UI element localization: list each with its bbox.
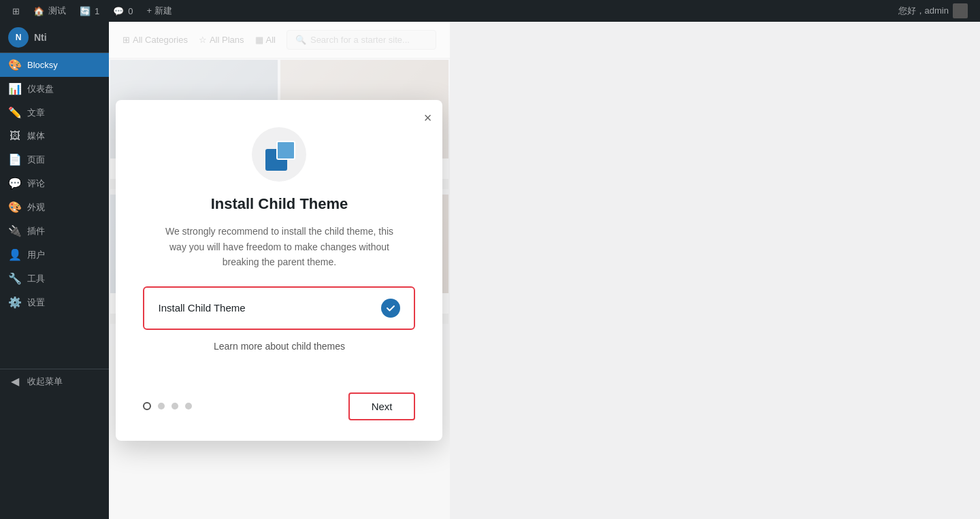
- step-dot-3: [172, 403, 178, 409]
- sidebar-item-plugins[interactable]: 🔌 插件: [0, 219, 109, 243]
- checkmark-icon: [386, 303, 395, 313]
- check-circle-icon: [381, 299, 400, 318]
- install-child-theme-modal: × Install Child Theme We strongly recomm…: [116, 100, 442, 440]
- pages-icon: 📄: [8, 153, 22, 166]
- sidebar: N Nti 🎨 Blocksy 📊 仪表盘 ✏️ 文章 🖼 媒体 📄 页面 💬 …: [0, 22, 109, 519]
- sidebar-item-blocksy[interactable]: 🎨 Blocksy: [0, 53, 109, 77]
- settings-label: 设置: [27, 297, 45, 309]
- users-label: 用户: [27, 249, 45, 261]
- brand-logo: N: [8, 27, 29, 48]
- site-home-bar[interactable]: 🏠 测试: [27, 0, 73, 22]
- site-name-bar: 测试: [48, 5, 66, 17]
- plugins-icon: 🔌: [8, 224, 22, 237]
- posts-icon: ✏️: [8, 106, 22, 119]
- comments-nav-icon: 💬: [8, 177, 22, 190]
- wp-admin-bar: ⊞ 🏠 测试 🔄 1 💬 0 + 新建 您好，admin: [0, 0, 980, 22]
- tools-label: 工具: [27, 273, 45, 285]
- collapse-icon: ◀: [8, 375, 22, 388]
- comments-label: 评论: [27, 178, 45, 190]
- new-item-label: + 新建: [146, 5, 172, 17]
- sidebar-item-posts[interactable]: ✏️ 文章: [0, 101, 109, 124]
- sidebar-item-media[interactable]: 🖼 媒体: [0, 124, 109, 148]
- step-indicators: [143, 402, 192, 410]
- admin-bar-right: 您好，admin: [892, 0, 975, 22]
- collapse-label: 收起菜单: [27, 375, 63, 388]
- sidebar-item-appearance[interactable]: 🎨 外观: [0, 195, 109, 219]
- greeting-bar[interactable]: 您好，admin: [892, 0, 975, 22]
- modal-description: We strongly recommend to install the chi…: [157, 224, 402, 269]
- step-dot-2: [158, 403, 165, 409]
- sidebar-item-comments[interactable]: 💬 评论: [0, 171, 109, 195]
- dashboard-icon: 📊: [8, 82, 22, 95]
- content-area: ⊞ All Categories ☆ All Plans ▦ All 🔍 Sea…: [109, 22, 450, 519]
- media-icon: 🖼: [8, 130, 22, 142]
- updates-bar[interactable]: 🔄 1: [73, 0, 106, 22]
- install-checkbox-label: Install Child Theme: [158, 302, 245, 314]
- avatar-icon: [953, 3, 968, 18]
- step-dot-4: [185, 403, 192, 409]
- wp-logo-icon: ⊞: [12, 6, 20, 16]
- tools-icon: 🔧: [8, 272, 22, 285]
- updates-icon: 🔄: [80, 6, 91, 16]
- modal-title: Install Child Theme: [211, 195, 348, 213]
- sidebar-collapse[interactable]: ◀ 收起菜单: [0, 369, 109, 393]
- sidebar-item-dashboard[interactable]: 📊 仪表盘: [0, 77, 109, 101]
- theme-icon-container: [265, 141, 293, 168]
- brand-name: Nti: [34, 32, 47, 43]
- plugins-label: 插件: [27, 225, 45, 237]
- blocksy-label: Blocksy: [27, 60, 58, 70]
- appearance-label: 外观: [27, 201, 45, 214]
- greeting-text: 您好，admin: [898, 5, 949, 17]
- comments-bar[interactable]: 💬 0: [106, 0, 140, 22]
- step-dot-1: [143, 402, 151, 410]
- dashboard-label: 仪表盘: [27, 83, 54, 95]
- updates-count: 1: [95, 6, 99, 16]
- pages-label: 页面: [27, 154, 45, 166]
- comments-count: 0: [128, 6, 133, 16]
- wp-logo-bar[interactable]: ⊞: [5, 0, 27, 22]
- modal-overlay: × Install Child Theme We strongly recomm…: [109, 22, 450, 519]
- comments-icon: 💬: [113, 6, 124, 16]
- modal-footer: Next: [143, 392, 415, 420]
- sidebar-item-users[interactable]: 👤 用户: [0, 243, 109, 267]
- new-item-bar[interactable]: + 新建: [140, 0, 178, 22]
- appearance-icon: 🎨: [8, 201, 22, 214]
- sidebar-item-settings[interactable]: ⚙️ 设置: [0, 290, 109, 314]
- modal-close-button[interactable]: ×: [424, 111, 432, 124]
- modal-icon-wrap: [252, 127, 306, 182]
- learn-more-link[interactable]: Learn more about child themes: [214, 341, 345, 352]
- sidebar-item-tools[interactable]: 🔧 工具: [0, 267, 109, 290]
- install-child-theme-row[interactable]: Install Child Theme: [143, 286, 415, 330]
- users-icon: 👤: [8, 248, 22, 261]
- posts-label: 文章: [27, 107, 45, 119]
- settings-icon: ⚙️: [8, 296, 22, 309]
- blocksy-icon: 🎨: [8, 58, 22, 71]
- home-icon: 🏠: [33, 6, 44, 16]
- next-button[interactable]: Next: [348, 392, 416, 420]
- media-label: 媒体: [27, 130, 45, 142]
- sidebar-item-pages[interactable]: 📄 页面: [0, 148, 109, 171]
